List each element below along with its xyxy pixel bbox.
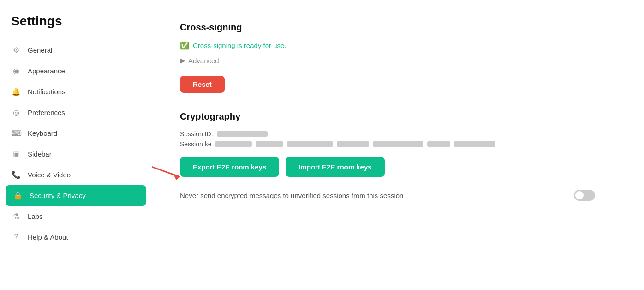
session-id-label: Session ID: <box>180 130 213 138</box>
reset-button[interactable]: Reset <box>180 76 225 93</box>
export-e2e-button[interactable]: Export E2E room keys <box>180 157 279 177</box>
sidebar-item-label: Preferences <box>28 109 65 116</box>
sidebar-item-label: Appearance <box>28 67 65 75</box>
sidebar-item-general[interactable]: ⚙ General <box>0 40 152 60</box>
gear-icon: ⚙ <box>11 46 21 54</box>
never-send-label: Never send encrypted messages to unverif… <box>180 192 403 199</box>
session-key-value-2 <box>256 141 283 147</box>
sidebar-item-labs[interactable]: ⚗ Labs <box>0 206 152 227</box>
session-key-field: Session ke <box>180 140 616 148</box>
advanced-toggle[interactable]: ▶ Advanced <box>180 56 616 65</box>
sidebar-item-keyboard[interactable]: ⌨ Keyboard <box>0 123 152 144</box>
sidebar-item-voice-video[interactable]: 📞 Voice & Video <box>0 164 152 185</box>
cross-signing-status: ✅ Cross-signing is ready for use. <box>180 41 616 50</box>
session-id-field: Session ID: <box>180 130 616 138</box>
session-key-value-6 <box>427 141 450 147</box>
session-key-label: Session ke <box>180 140 211 148</box>
cryptography-heading: Cryptography <box>180 111 616 122</box>
sidebar-item-preferences[interactable]: ◎ Preferences <box>0 102 152 123</box>
sidebar: Settings ⚙ General ◉ Appearance 🔔 Notifi… <box>0 0 152 290</box>
lock-icon: 🔒 <box>13 191 23 200</box>
cross-signing-status-text: Cross-signing is ready for use. <box>193 42 286 49</box>
session-key-value-5 <box>373 141 423 147</box>
sidebar-item-label: Help & About <box>28 233 68 241</box>
sidebar-item-label: Sidebar <box>28 150 52 158</box>
advanced-label: Advanced <box>188 57 219 65</box>
sidebar-item-label: Voice & Video <box>28 171 71 179</box>
page-title: Settings <box>0 14 152 40</box>
sidebar-item-help-about[interactable]: ? Help & About <box>0 227 152 247</box>
sidebar-icon: ▣ <box>11 150 21 158</box>
sidebar-item-sidebar[interactable]: ▣ Sidebar <box>0 144 152 164</box>
cryptography-section: Cryptography Session ID: Session ke Exp <box>180 111 616 201</box>
phone-icon: 📞 <box>11 170 21 179</box>
session-key-value-3 <box>287 141 333 147</box>
sidebar-item-security-privacy[interactable]: 🔒 Security & Privacy <box>6 185 146 206</box>
session-key-value-1 <box>215 141 252 147</box>
help-icon: ? <box>11 233 21 241</box>
import-e2e-button[interactable]: Import E2E room keys <box>286 157 384 177</box>
session-key-value-7 <box>454 141 495 147</box>
svg-marker-1 <box>173 174 180 180</box>
never-send-toggle[interactable] <box>574 190 595 201</box>
sidebar-item-label: Labs <box>28 212 43 220</box>
sidebar-item-label: Notifications <box>28 88 66 96</box>
sidebar-item-notifications[interactable]: 🔔 Notifications <box>0 81 152 102</box>
sidebar-item-label: Security & Privacy <box>30 192 86 199</box>
never-send-row: Never send encrypted messages to unverif… <box>180 190 595 201</box>
keyboard-icon: ⌨ <box>11 129 21 138</box>
svg-line-0 <box>152 165 180 177</box>
sidebar-item-appearance[interactable]: ◉ Appearance <box>0 60 152 81</box>
eye-icon: ◉ <box>11 66 21 75</box>
main-content: Cross-signing ✅ Cross-signing is ready f… <box>152 0 644 290</box>
preferences-icon: ◎ <box>11 108 21 117</box>
cross-signing-section: Cross-signing ✅ Cross-signing is ready f… <box>180 22 616 111</box>
session-key-value-4 <box>337 141 369 147</box>
triangle-icon: ▶ <box>180 56 185 65</box>
labs-icon: ⚗ <box>11 212 21 221</box>
session-id-value <box>217 131 268 137</box>
checkmark-icon: ✅ <box>180 41 189 50</box>
crypto-buttons-row: Export E2E room keys Import E2E room key… <box>180 157 616 177</box>
bell-icon: 🔔 <box>11 87 21 96</box>
cross-signing-heading: Cross-signing <box>180 22 616 33</box>
sidebar-item-label: General <box>28 46 52 54</box>
sidebar-item-label: Keyboard <box>28 129 57 137</box>
